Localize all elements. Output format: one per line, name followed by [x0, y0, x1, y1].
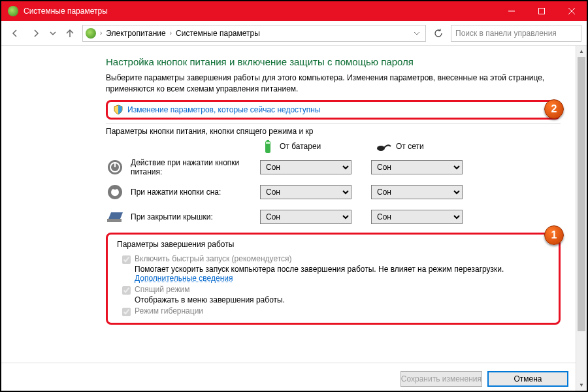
page-content: Настройка кнопок питания и включение защ…: [1, 46, 587, 330]
button-bar: Сохранить изменения Отмена: [400, 371, 568, 387]
cancel-button[interactable]: Отмена: [487, 371, 568, 387]
unlock-settings-link[interactable]: Изменение параметров, которые сейчас нед…: [127, 105, 321, 114]
minimize-button[interactable]: [497, 1, 527, 21]
lid-icon: [106, 208, 124, 226]
annotation-badge: 2: [544, 99, 564, 119]
power-button-ac-select[interactable]: Сон: [371, 160, 463, 174]
shutdown-settings-heading: Параметры завершения работы: [117, 240, 549, 249]
nav-bar: › Электропитание › Системные параметры П…: [1, 21, 587, 46]
breadcrumb[interactable]: › Электропитание › Системные параметры: [82, 25, 426, 42]
power-button-icon: [106, 158, 124, 176]
intro-text: Выберите параметры завершения работы для…: [106, 73, 561, 95]
chevron-down-icon[interactable]: [411, 30, 423, 37]
shield-icon: [113, 105, 123, 115]
window-title: Системные параметры: [24, 7, 497, 16]
plug-icon: [376, 139, 392, 154]
setting-row: Действие при нажатии кнопки питания: Сон…: [106, 158, 561, 176]
scrollbar[interactable]: ▲ ▼: [576, 46, 587, 391]
svg-rect-7: [266, 142, 270, 144]
lid-battery-select[interactable]: Сон: [260, 210, 351, 224]
maximize-button[interactable]: [527, 1, 557, 21]
setting-row: При закрытии крышки: Сон Сон: [106, 208, 561, 226]
scroll-down-icon[interactable]: ▼: [576, 380, 587, 391]
breadcrumb-item[interactable]: Электропитание: [106, 29, 165, 38]
svg-marker-13: [108, 212, 123, 219]
hibernate-label: Режим гибернации: [135, 306, 549, 316]
chevron-right-icon: ›: [100, 29, 102, 37]
sleep-desc: Отображать в меню завершения работы.: [135, 295, 549, 304]
chevron-right-icon: ›: [170, 29, 172, 37]
power-button-label: Действие при нажатии кнопки питания:: [131, 158, 260, 176]
svg-point-8: [377, 146, 385, 151]
sleep-button-battery-select[interactable]: Сон: [260, 185, 351, 199]
battery-icon: [260, 139, 276, 154]
search-input[interactable]: Поиск в панели управления: [451, 25, 581, 42]
svg-rect-6: [267, 140, 269, 142]
fast-startup-desc: Помогает ускорить запуск компьютера посл…: [135, 265, 549, 283]
sleep-label: Спящий режим: [135, 285, 549, 294]
breadcrumb-item[interactable]: Системные параметры: [176, 29, 260, 38]
fast-startup-checkbox[interactable]: [122, 255, 131, 264]
scroll-up-icon[interactable]: ▲: [576, 46, 587, 57]
up-button[interactable]: [61, 25, 78, 42]
title-bar: Системные параметры: [1, 1, 587, 21]
svg-rect-14: [107, 219, 122, 222]
setting-row: При нажатии кнопки сна: Сон Сон: [106, 183, 561, 201]
recent-button[interactable]: [48, 25, 57, 42]
app-icon: [8, 6, 18, 16]
refresh-button[interactable]: [430, 25, 447, 42]
lid-ac-select[interactable]: Сон: [371, 210, 463, 224]
forward-button[interactable]: [27, 25, 44, 42]
column-headers: От батареи От сети: [260, 139, 561, 154]
annotation-badge: 1: [544, 225, 564, 245]
svg-rect-1: [539, 8, 545, 14]
shutdown-settings-group: 1 Параметры завершения работы Включить б…: [106, 233, 561, 325]
unlock-settings-row: Изменение параметров, которые сейчас нед…: [106, 100, 561, 120]
back-button[interactable]: [7, 25, 24, 42]
button-settings-heading: Параметры кнопки питания, кнопки спящего…: [106, 123, 561, 136]
save-button[interactable]: Сохранить изменения: [400, 371, 482, 387]
sleep-button-ac-select[interactable]: Сон: [371, 185, 463, 199]
more-info-link[interactable]: Дополнительные сведения: [135, 274, 233, 283]
hibernate-checkbox[interactable]: [122, 308, 131, 316]
page-title: Настройка кнопок питания и включение защ…: [106, 56, 561, 67]
sleep-button-label: При нажатии кнопки сна:: [131, 188, 260, 197]
column-ac-label: От сети: [396, 142, 424, 151]
search-placeholder: Поиск в панели управления: [455, 29, 557, 38]
sleep-checkbox[interactable]: [122, 286, 131, 295]
power-options-icon: [86, 28, 96, 39]
column-battery-label: От батареи: [280, 142, 321, 151]
close-button[interactable]: [557, 1, 587, 21]
power-button-battery-select[interactable]: Сон: [260, 160, 351, 174]
fast-startup-label: Включить быстрый запуск (рекомендуется): [135, 254, 549, 263]
sleep-button-icon: [106, 183, 124, 201]
scroll-thumb[interactable]: [578, 57, 585, 331]
divider: [1, 363, 576, 363]
lid-label: При закрытии крышки:: [131, 212, 260, 221]
